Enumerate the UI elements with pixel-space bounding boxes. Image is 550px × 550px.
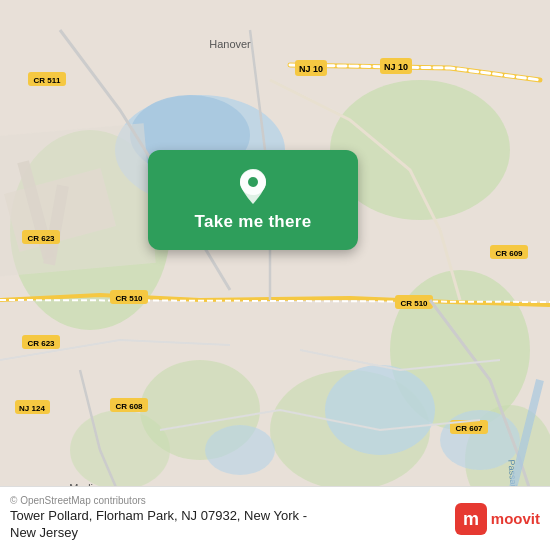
location-line2: New Jersey: [10, 525, 78, 540]
button-label: Take me there: [195, 212, 312, 232]
svg-text:CR 607: CR 607: [455, 424, 483, 433]
svg-text:CR 609: CR 609: [495, 249, 523, 258]
svg-text:m: m: [463, 509, 479, 529]
svg-text:CR 623: CR 623: [27, 339, 55, 348]
svg-point-10: [325, 365, 435, 455]
svg-text:NJ 10: NJ 10: [384, 62, 408, 72]
svg-text:CR 511: CR 511: [33, 76, 61, 85]
svg-point-43: [248, 177, 258, 187]
location-pin-icon: [237, 168, 269, 206]
map-svg: NJ 10 NJ 10 CR 510 CR 510 CR 511 NJ 124 …: [0, 0, 550, 550]
svg-point-6: [70, 410, 170, 490]
svg-text:Hanover: Hanover: [209, 38, 251, 50]
location-line1: Tower Pollard, Florham Park, NJ 07932, N…: [10, 508, 307, 523]
map-attribution: © OpenStreetMap contributors: [10, 495, 307, 506]
svg-text:NJ 10: NJ 10: [299, 64, 323, 74]
svg-rect-16: [0, 123, 156, 276]
svg-text:NJ 124: NJ 124: [19, 404, 45, 413]
svg-point-11: [205, 425, 275, 475]
moovit-text: moovit: [491, 510, 540, 527]
svg-text:CR 510: CR 510: [115, 294, 143, 303]
location-text: Tower Pollard, Florham Park, NJ 07932, N…: [10, 508, 307, 542]
svg-text:CR 510: CR 510: [400, 299, 428, 308]
map-container: NJ 10 NJ 10 CR 510 CR 510 CR 511 NJ 124 …: [0, 0, 550, 550]
bottom-bar: © OpenStreetMap contributors Tower Polla…: [0, 486, 550, 550]
moovit-icon: m: [455, 503, 487, 535]
bottom-info: © OpenStreetMap contributors Tower Polla…: [10, 495, 307, 542]
svg-text:CR 623: CR 623: [27, 234, 55, 243]
svg-text:CR 608: CR 608: [115, 402, 143, 411]
take-me-there-button[interactable]: Take me there: [148, 150, 358, 250]
moovit-logo: m moovit: [455, 503, 540, 535]
